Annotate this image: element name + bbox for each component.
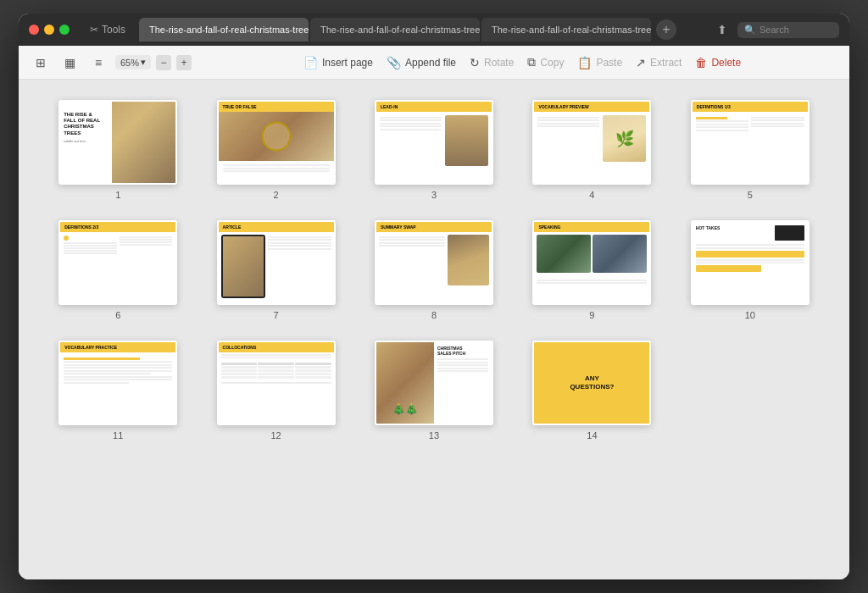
page-6-item[interactable]: DEFINITIONS 2/3 (46, 220, 190, 320)
page-11-number: 11 (113, 430, 123, 441)
titlebar: ✂ Tools The-rise-and-fall-of-real-christ… (19, 14, 849, 46)
page-9-item[interactable]: SPEAKING 9 (520, 220, 664, 320)
page-3-thumb[interactable]: LEAD-IN (375, 100, 493, 185)
page-4-image: 🌿 (603, 115, 646, 162)
traffic-lights (29, 25, 70, 35)
rotate-icon: ↻ (470, 56, 480, 69)
page-7-item[interactable]: ARTICLE (203, 220, 348, 320)
page-12-number: 12 (270, 430, 281, 441)
view-controls: ⊞ ▦ ≡ 65% ▾ − + (29, 51, 192, 75)
tab-1[interactable]: The-rise-and-fall-of-real-christmas-tree… (139, 18, 309, 42)
new-tab-button[interactable]: + (656, 19, 676, 40)
paste-button[interactable]: 📋 Paste (577, 56, 622, 69)
delete-button[interactable]: 🗑 Delete (695, 56, 741, 69)
tab-bar: The-rise-and-fall-of-real-christmas-tree… (139, 18, 705, 42)
page-13-thumb[interactable]: 🎄🎄 CHRISTMASSALES PITCH (375, 341, 493, 425)
page-1-text: THE RISE &FALL OF REALCHRISTMASTREES sub… (64, 112, 114, 143)
page-9-image2 (593, 235, 647, 273)
page-2-image (219, 112, 334, 161)
search-box[interactable]: 🔍 Search (737, 22, 839, 38)
page-8-thumb[interactable]: SUMMARY SWAP (375, 220, 493, 305)
pages-grid: THE RISE &FALL OF REALCHRISTMASTREES sub… (46, 100, 822, 441)
scissors-icon: ✂ (90, 24, 98, 36)
chevron-down-icon: ▾ (141, 57, 146, 68)
append-file-icon: 📎 (387, 56, 401, 69)
toolbar-actions: 📄 Insert page 📎 Append file ↻ Rotate ⧉ C… (205, 55, 839, 69)
page-1-image (112, 102, 175, 183)
page-7-tablet (221, 235, 265, 298)
tab-2[interactable]: The-rise-and-fall-of-real-christmas-tree… (310, 18, 480, 42)
share-button[interactable]: ⬆ (712, 19, 732, 40)
append-file-button[interactable]: 📎 Append file (387, 56, 456, 69)
insert-page-button[interactable]: 📄 Insert page (303, 56, 373, 69)
page-1-item[interactable]: THE RISE &FALL OF REALCHRISTMASTREES sub… (46, 100, 190, 200)
page-10-thumb[interactable]: HOT TAKES (691, 220, 810, 305)
page-3-item[interactable]: LEAD-IN 3 (362, 100, 506, 200)
page-10-number: 10 (745, 310, 755, 320)
zoom-control: 65% ▾ (115, 55, 151, 69)
page-2-thumb[interactable]: TRUE OR FALSE (217, 100, 336, 185)
tools-menu[interactable]: ✂ Tools (83, 21, 132, 38)
page-4-number: 4 (589, 190, 594, 200)
page-11-item[interactable]: VOCABULARY PRACTICE (46, 341, 190, 441)
page-7-thumb[interactable]: ARTICLE (217, 220, 336, 305)
page-3-number: 3 (431, 190, 437, 200)
copy-icon: ⧉ (527, 55, 536, 69)
page-8-item[interactable]: SUMMARY SWAP 8 (362, 220, 506, 320)
minimize-button[interactable] (44, 25, 54, 35)
paste-icon: 📋 (577, 56, 592, 69)
page-5-item[interactable]: DEFINITIONS 1/3 (678, 100, 822, 200)
page-13-number: 13 (429, 430, 439, 441)
page-5-number: 5 (748, 190, 753, 200)
page-4-item[interactable]: VOCABULARY PREVIEW 🌿 (520, 100, 664, 200)
page-5-thumb[interactable]: DEFINITIONS 1/3 (691, 100, 810, 185)
page-1-thumb[interactable]: THE RISE &FALL OF REALCHRISTMASTREES sub… (58, 100, 177, 185)
page-9-number: 9 (589, 310, 594, 320)
search-icon: 🔍 (744, 25, 756, 36)
page-2-item[interactable]: TRUE OR FALSE 2 (203, 100, 348, 200)
page-14-item[interactable]: ANYQUESTIONS? 14 (520, 341, 664, 441)
search-area: ⬆ 🔍 Search (712, 19, 839, 40)
zoom-out-button[interactable]: − (156, 55, 171, 70)
extract-button[interactable]: ↗ Extract (636, 56, 682, 69)
list-view[interactable]: ≡ (86, 51, 110, 75)
page-7-number: 7 (274, 310, 279, 320)
close-button[interactable] (29, 25, 39, 35)
page-8-image (448, 235, 489, 285)
page-14-thumb[interactable]: ANYQUESTIONS? (532, 341, 651, 425)
sidebar-toggle[interactable]: ⊞ (29, 51, 53, 75)
page-12-item[interactable]: COLLOCATIONS (203, 341, 348, 441)
copy-button[interactable]: ⧉ Copy (527, 55, 564, 69)
rotate-button[interactable]: ↻ Rotate (470, 56, 514, 69)
page-13-item[interactable]: 🎄🎄 CHRISTMASSALES PITCH (362, 341, 506, 441)
zoom-in-button[interactable]: + (176, 55, 192, 70)
page-4-thumb[interactable]: VOCABULARY PREVIEW 🌿 (532, 100, 651, 185)
tab-3[interactable]: The-rise-and-fall-of-real-christmas-tree… (481, 18, 651, 42)
grid-view[interactable]: ▦ (58, 51, 81, 75)
page-6-number: 6 (115, 310, 120, 320)
delete-icon: 🗑 (695, 56, 707, 69)
page-1-number: 1 (115, 190, 120, 200)
page-3-image (445, 115, 488, 166)
page-14-number: 14 (587, 430, 597, 441)
page-6-thumb[interactable]: DEFINITIONS 2/3 (58, 220, 177, 305)
page-12-thumb[interactable]: COLLOCATIONS (217, 341, 336, 425)
page-13-image: 🎄🎄 (376, 342, 434, 424)
page-11-thumb[interactable]: VOCABULARY PRACTICE (58, 341, 177, 425)
insert-page-icon: 📄 (303, 56, 318, 69)
extract-icon: ↗ (636, 56, 646, 69)
page-8-number: 8 (431, 310, 437, 320)
page-10-item[interactable]: HOT TAKES 10 (678, 220, 822, 320)
app-window: ✂ Tools The-rise-and-fall-of-real-christ… (19, 14, 849, 579)
page-9-image1 (537, 235, 591, 273)
pages-area: THE RISE &FALL OF REALCHRISTMASTREES sub… (19, 80, 849, 579)
fullscreen-button[interactable] (59, 25, 70, 35)
toolbar: ⊞ ▦ ≡ 65% ▾ − + 📄 Insert page 📎 Append f… (19, 46, 849, 80)
page-9-thumb[interactable]: SPEAKING (532, 220, 651, 305)
page-2-number: 2 (274, 190, 279, 200)
